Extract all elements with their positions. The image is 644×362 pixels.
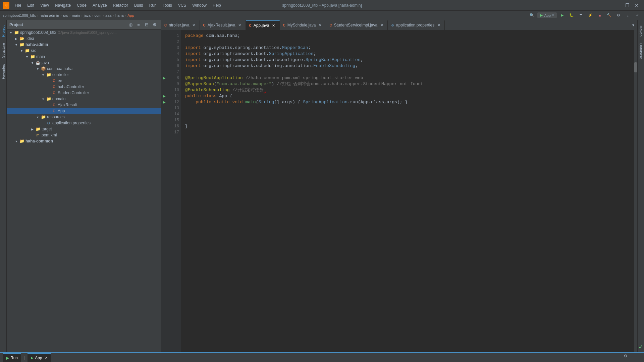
minimize-button[interactable]: — [613, 1, 623, 10]
more-tabs-button[interactable]: ▾ [629, 20, 637, 30]
bc-java[interactable]: java [84, 13, 91, 17]
menu-window[interactable]: Window [190, 2, 209, 9]
tree-item-pom[interactable]: m pom.xml [7, 132, 161, 138]
menu-code[interactable]: Code [74, 2, 89, 9]
menu-build[interactable]: Build [131, 2, 146, 9]
expand-all-icon[interactable]: ≡ [135, 21, 142, 28]
main-area: Project Structure Favorites Project ◎ ≡ … [0, 20, 644, 352]
vcs-commit-button[interactable]: ✓ [633, 11, 641, 19]
titlebar: IJ File Edit View Navigate Code Analyze … [0, 0, 644, 11]
menu-tools[interactable]: Tools [160, 2, 175, 9]
run-config-selector[interactable]: ▶ App ▾ [537, 12, 557, 18]
tree-item-hahacontroller[interactable]: C hahaController [7, 84, 161, 90]
coverage-button[interactable]: ☂ [577, 11, 585, 19]
project-tab[interactable]: Project [0, 23, 7, 40]
tree-item-domain[interactable]: ▾ 📁 domain [7, 96, 161, 102]
tree-item-haha-common[interactable]: ▾ 📁 haha-common [7, 138, 161, 144]
collapse-all-icon[interactable]: ⊟ [143, 21, 150, 28]
gutter-icons: ▶ ▶ ▶ [161, 30, 168, 352]
tab-ajaxresult[interactable]: C AjaxResult.java ✕ [200, 20, 246, 30]
code-content[interactable]: package com.aaa.haha; import org.mybatis… [181, 30, 634, 352]
menu-analyze[interactable]: Analyze [90, 2, 110, 9]
favorites-tab[interactable]: Favorites [0, 61, 7, 82]
tree-item-ajaxresult[interactable]: C AjaxResult [7, 102, 161, 108]
menu-edit[interactable]: Edit [24, 2, 37, 9]
vcs-update-button[interactable]: ↓ [624, 11, 632, 19]
settings-button[interactable]: ⚙ [614, 11, 623, 19]
tree-item-idea[interactable]: ▶ 📂 .idea [7, 36, 161, 42]
structure-tab[interactable]: Structure [0, 40, 7, 61]
tree-item-controller[interactable]: ▾ 📁 controller [7, 72, 161, 78]
close-tab-myschdule[interactable]: ✕ [318, 23, 322, 27]
maven-tab[interactable]: Maven [638, 23, 644, 39]
debug-button[interactable]: 🐛 [568, 11, 576, 19]
scroll-thumb[interactable] [634, 62, 637, 72]
tab-app[interactable]: C App.java ✕ [246, 20, 280, 30]
haha-admin-icon: 📁 [19, 42, 25, 47]
bc-com[interactable]: com [95, 13, 102, 17]
project-settings-icon[interactable]: ⚙ [151, 21, 158, 28]
tree-item-package[interactable]: ▾ 📦 com.aaa.haha [7, 66, 161, 72]
menu-vcs[interactable]: VCS [175, 2, 189, 9]
tree-item-project[interactable]: ▾ 📁 springboot1008_ktlx D:\java-Springbo… [7, 29, 161, 36]
bottom-settings-icon[interactable]: ⚙ [624, 354, 632, 362]
tree-item-src[interactable]: ▾ 📁 src [7, 48, 161, 54]
app-icon: IJ [3, 2, 9, 9]
database-tab[interactable]: Database [638, 41, 644, 62]
menu-run[interactable]: Run [147, 2, 159, 9]
tree-item-app[interactable]: C App [7, 108, 161, 114]
close-tab-appprops[interactable]: ✕ [436, 23, 441, 27]
tab-myschdule[interactable]: C MySchdule.java ✕ [280, 20, 326, 30]
code-editor[interactable]: ▶ ▶ ▶ 12345 678910 1112131415 1617 packa… [161, 30, 637, 352]
bc-app[interactable]: App [127, 13, 134, 17]
bc-aaa[interactable]: aaa [105, 13, 111, 17]
bc-main[interactable]: main [72, 13, 80, 17]
java-class-icon3: C [51, 90, 57, 96]
close-tab-ntroller[interactable]: ✕ [192, 23, 196, 27]
bc-project[interactable]: springboot1008_ktlx [3, 13, 36, 17]
close-run-tab[interactable]: ✕ [45, 356, 48, 360]
checkmark-icon[interactable]: ✓ [638, 343, 643, 352]
run-app-tab[interactable]: ▶ App ✕ [28, 353, 51, 362]
menu-refactor[interactable]: Refactor [110, 2, 131, 9]
stop-button[interactable]: ■ [596, 11, 604, 19]
tree-item-main[interactable]: ▾ 📁 main [7, 54, 161, 60]
close-tab-ajaxresult[interactable]: ✕ [237, 23, 242, 27]
close-tab-app[interactable]: ✕ [271, 23, 276, 28]
tree-item-target[interactable]: ▶ 📁 target [7, 126, 161, 132]
run-gutter-11[interactable]: ▶ [161, 93, 168, 99]
src-folder-icon: 📁 [24, 48, 30, 53]
menu-navigate[interactable]: Navigate [52, 2, 73, 9]
bottom-tab-bar: ▶ Run | ▶ App ✕ ⚙ – [0, 353, 644, 362]
bc-src[interactable]: src [63, 13, 68, 17]
menu-help[interactable]: Help [210, 2, 224, 9]
close-tab-studentservice[interactable]: ✕ [379, 23, 384, 27]
editor-scrollbar[interactable] [634, 30, 637, 352]
run-bottom-tab[interactable]: ▶ Run [3, 353, 21, 362]
tree-item-appprops[interactable]: ⚙ application.properties [7, 120, 161, 126]
run-gutter-12[interactable]: ▶ [161, 99, 168, 105]
bc-haha[interactable]: haha [115, 13, 123, 17]
run-button[interactable]: ▶ [558, 11, 566, 19]
tree-item-ee[interactable]: C ee [7, 78, 161, 84]
tree-item-haha-admin[interactable]: ▾ 📁 haha-admin [7, 42, 161, 48]
locate-icon[interactable]: ◎ [127, 21, 134, 28]
search-everywhere-button[interactable]: 🔍 [528, 11, 536, 19]
menu-view[interactable]: View [38, 2, 52, 9]
tree-item-studentcontroller[interactable]: C StudentController [7, 90, 161, 96]
build-button[interactable]: 🔨 [605, 11, 613, 19]
run-gutter-8[interactable]: ▶ [161, 75, 168, 81]
profile-button[interactable]: ⚡ [586, 11, 594, 19]
tree-item-resources[interactable]: ▾ 📁 resources [7, 114, 161, 120]
close-button[interactable]: ✕ [632, 1, 641, 10]
bottom-hide-icon[interactable]: – [633, 354, 641, 362]
tab-ntroller[interactable]: C ntroller.java ✕ [161, 20, 200, 30]
tab-appprops[interactable]: ⚙ application.properties ✕ [388, 20, 445, 30]
menu-file[interactable]: File [12, 2, 24, 9]
maximize-button[interactable]: ❐ [623, 1, 632, 10]
tab-studentservice[interactable]: C StudentServiceImpl.java ✕ [326, 20, 388, 30]
haha-common-icon: 📁 [19, 138, 25, 144]
bc-module[interactable]: haha-admin [40, 13, 59, 17]
breadcrumb-actions: 🔍 ▶ App ▾ ▶ 🐛 ☂ ⚡ ■ 🔨 ⚙ ↓ ✓ [528, 11, 641, 19]
tree-item-java[interactable]: ▾ ☕ java [7, 60, 161, 66]
